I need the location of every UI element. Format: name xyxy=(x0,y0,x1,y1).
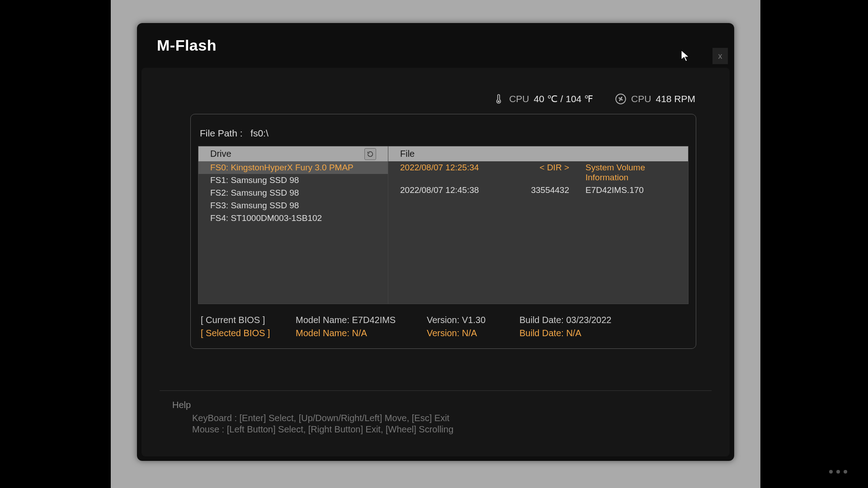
help-keyboard: KeyBoard : [Enter] Select, [Up/Down/Righ… xyxy=(172,413,699,423)
file-list[interactable]: 2022/08/07 12:25:34< DIR >System Volume … xyxy=(388,161,688,304)
selected-version: Version: N/A xyxy=(427,328,519,338)
drive-row[interactable]: FS2: Samsung SSD 98 xyxy=(198,187,388,199)
drive-pane: Drive FS0: KingstonHyperX Fury 3.0 PMAPF… xyxy=(198,146,388,304)
thermometer-icon xyxy=(493,93,505,105)
selected-bios-label: [ Selected BIOS ] xyxy=(201,328,296,338)
drive-header-label: Drive xyxy=(210,149,231,159)
drive-row[interactable]: FS4: ST1000DM003-1SB102 xyxy=(198,212,388,225)
cpu-fan-label: CPU xyxy=(631,94,651,104)
file-browser-panel: File Path : fs0:\ Drive FS0: KingstonHyp… xyxy=(190,114,696,349)
file-pane: File 2022/08/07 12:25:34< DIR >System Vo… xyxy=(388,146,688,304)
current-version: Version: V1.30 xyxy=(427,315,519,325)
svg-point-0 xyxy=(498,100,500,102)
file-path-value: fs0:\ xyxy=(250,128,269,138)
cpu-temp-value: 40 ℃ / 104 ℉ xyxy=(534,94,594,104)
file-path-label: File Path : xyxy=(200,128,243,138)
drive-row[interactable]: FS0: KingstonHyperX Fury 3.0 PMAP xyxy=(198,161,388,174)
drive-row[interactable]: FS1: Samsung SSD 98 xyxy=(198,174,388,187)
help-section: Help KeyBoard : [Enter] Select, [Up/Down… xyxy=(160,390,712,447)
fan-icon xyxy=(615,93,627,105)
current-model: Model Name: E7D42IMS xyxy=(296,315,427,325)
file-path-row: File Path : fs0:\ xyxy=(198,122,689,146)
drive-list[interactable]: FS0: KingstonHyperX Fury 3.0 PMAPFS1: Sa… xyxy=(198,161,388,304)
close-button[interactable]: x xyxy=(712,48,728,64)
cpu-temp-label: CPU xyxy=(509,94,529,104)
cpu-temp: CPU 40 ℃ / 104 ℉ xyxy=(493,93,593,105)
browser: Drive FS0: KingstonHyperX Fury 3.0 PMAPF… xyxy=(198,146,689,304)
help-title: Help xyxy=(172,400,699,410)
cpu-fan: CPU 418 RPM xyxy=(615,93,695,105)
file-row[interactable]: 2022/08/07 12:45:3833554432E7D42IMS.170 xyxy=(388,184,688,197)
svg-point-1 xyxy=(616,94,626,104)
help-mouse: Mouse : [Left Button] Select, [Right But… xyxy=(172,424,699,435)
file-header: File xyxy=(388,146,688,161)
current-bios-label: [ Current BIOS ] xyxy=(201,315,296,325)
file-row[interactable]: 2022/08/07 12:25:34< DIR >System Volume … xyxy=(388,161,688,184)
page-dots xyxy=(829,470,847,474)
mflash-dialog: M-Flash x CPU 40 ℃ / 104 ℉ CPU 418 RPM F xyxy=(137,23,734,461)
current-build: Build Date: 03/23/2022 xyxy=(519,315,637,325)
drive-header: Drive xyxy=(198,146,388,161)
selected-model: Model Name: N/A xyxy=(296,328,427,338)
selected-build: Build Date: N/A xyxy=(519,328,637,338)
dialog-title: M-Flash xyxy=(157,37,217,54)
file-header-label: File xyxy=(400,149,415,159)
title-bar: M-Flash x xyxy=(137,23,734,68)
refresh-icon[interactable] xyxy=(364,148,376,160)
drive-row[interactable]: FS3: Samsung SSD 98 xyxy=(198,199,388,212)
bios-info: [ Current BIOS ] Model Name: E7D42IMS Ve… xyxy=(198,315,689,338)
dialog-body: CPU 40 ℃ / 104 ℉ CPU 418 RPM File Path :… xyxy=(142,68,730,456)
cpu-fan-value: 418 RPM xyxy=(656,94,695,104)
status-row: CPU 40 ℃ / 104 ℉ CPU 418 RPM xyxy=(160,77,712,114)
